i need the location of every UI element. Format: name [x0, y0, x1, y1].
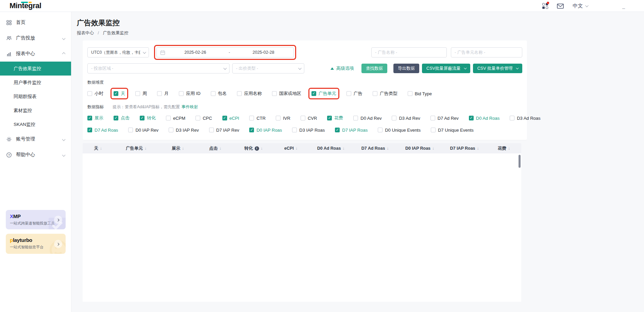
- metric-checkbox-option[interactable]: D3 Ad Rev: [392, 116, 420, 121]
- bid-type-select[interactable]: - 出价类型 -: [232, 63, 304, 73]
- date-end-value[interactable]: 2025-02-28: [234, 50, 294, 55]
- checkbox[interactable]: [135, 91, 140, 96]
- timezone-select[interactable]: UTC0（里斯本，伦敦，卡萨布兰卡,: [87, 47, 149, 58]
- checkbox[interactable]: [276, 116, 281, 120]
- checkbox[interactable]: [430, 116, 435, 120]
- metric-checkbox-option[interactable]: CVR: [301, 116, 317, 121]
- checkbox[interactable]: [157, 91, 162, 96]
- checkbox[interactable]: [392, 116, 396, 120]
- checkbox[interactable]: [87, 91, 92, 96]
- metric-checkbox-option[interactable]: eCPI: [222, 116, 239, 121]
- metric-checkbox-option[interactable]: D3 IAP Roas: [292, 128, 325, 133]
- metric-checkbox-option[interactable]: D3 IAP Rev: [169, 128, 199, 133]
- dimension-checkbox-option[interactable]: 广告: [346, 91, 362, 97]
- dimension-checkbox-option[interactable]: 广告类型: [373, 91, 397, 97]
- sort-icon[interactable]: ↓: [387, 146, 389, 151]
- table-column-header[interactable]: D0 IAP Roas ↓: [397, 143, 442, 153]
- dimension-checkbox-option[interactable]: 包名: [211, 91, 227, 97]
- checkbox[interactable]: [179, 91, 184, 96]
- date-range-picker[interactable]: 2025-02-26 - 2025-02-28: [156, 47, 294, 58]
- ad-name-input[interactable]: [371, 47, 447, 58]
- table-column-header[interactable]: 点击 ↓: [197, 143, 234, 153]
- sidebar-subitem[interactable]: 用户事件监控: [0, 76, 71, 89]
- sidebar-subitem[interactable]: 素材监控: [0, 103, 71, 117]
- user-menu[interactable]: _: [622, 3, 625, 9]
- sort-icon[interactable]: ↓: [432, 146, 434, 151]
- checkbox[interactable]: [87, 116, 92, 120]
- checkbox[interactable]: [378, 128, 383, 132]
- export-data-button[interactable]: 导出数据: [393, 64, 419, 73]
- sort-icon[interactable]: ↓: [145, 146, 147, 151]
- checkbox[interactable]: [128, 128, 133, 132]
- checkbox[interactable]: [211, 91, 216, 96]
- sort-icon[interactable]: ↓: [100, 146, 102, 151]
- csv-block-traffic-button[interactable]: CSV批量屏蔽流量: [422, 64, 470, 73]
- language-selector[interactable]: 中文: [573, 3, 588, 9]
- dimension-checkbox-option[interactable]: 应用名称: [237, 91, 262, 97]
- checkbox[interactable]: [249, 128, 254, 132]
- metric-checkbox-option[interactable]: D0 IAP Rev: [128, 128, 158, 133]
- metric-checkbox-option[interactable]: D7 Ad Roas: [87, 128, 118, 133]
- checkbox[interactable]: [249, 116, 254, 120]
- chevron-right-icon[interactable]: [54, 240, 62, 248]
- chevron-right-icon[interactable]: [54, 216, 62, 224]
- table-column-header[interactable]: D0 Ad Roas ↓: [309, 143, 353, 153]
- checkbox[interactable]: [114, 116, 118, 120]
- sort-icon[interactable]: ↓: [342, 146, 344, 151]
- vertical-scrollbar-thumb[interactable]: [519, 155, 521, 168]
- metric-checkbox-option[interactable]: D7 IAP Roas: [335, 128, 368, 133]
- dimension-checkbox-option[interactable]: Bid Type: [408, 91, 432, 96]
- checkbox[interactable]: [196, 116, 200, 120]
- metric-checkbox-option[interactable]: D3 Ad Roas: [510, 116, 540, 121]
- metric-checkbox-option[interactable]: 转化: [140, 115, 156, 121]
- csv-bulk-price-button[interactable]: CSV 批量单价管理: [473, 64, 522, 73]
- checkbox[interactable]: [114, 91, 118, 96]
- metric-checkbox-option[interactable]: D0 Ad Roas: [469, 116, 499, 121]
- table-column-header[interactable]: 展示 ↓: [159, 143, 197, 153]
- metric-checkbox-option[interactable]: CPC: [196, 116, 212, 121]
- checkbox[interactable]: [292, 128, 297, 132]
- metric-checkbox-option[interactable]: 点击: [114, 115, 130, 121]
- checkbox[interactable]: [237, 91, 242, 96]
- ad-unit-name-input[interactable]: [451, 47, 522, 58]
- advanced-options-toggle[interactable]: 高级选项: [331, 65, 354, 71]
- metric-checkbox-option[interactable]: 花费: [327, 115, 343, 121]
- sidebar-subitem[interactable]: SKAN监控: [0, 117, 71, 131]
- metric-checkbox-option[interactable]: 展示: [87, 115, 103, 121]
- sidebar-item-report-center[interactable]: 报表中心: [0, 46, 71, 62]
- promo-card-xmp[interactable]: XMP 一站式跨渠道智能投放工具: [6, 210, 66, 229]
- event-mapping-link[interactable]: 事件映射: [182, 104, 198, 110]
- metric-checkbox-option[interactable]: eCPM: [166, 116, 185, 121]
- region-select[interactable]: - 投放区域 -: [87, 63, 230, 73]
- checkbox[interactable]: [327, 116, 332, 120]
- checkbox[interactable]: [209, 128, 214, 132]
- table-column-header[interactable]: 广告单元 ↓: [113, 143, 159, 153]
- checkbox[interactable]: [408, 91, 412, 96]
- dimension-checkbox-option[interactable]: 小时: [87, 91, 103, 97]
- apps-grid-icon[interactable]: [542, 3, 548, 9]
- sidebar-subitem[interactable]: 同期群报表: [0, 89, 71, 103]
- table-column-header[interactable]: 天 ↓: [83, 143, 113, 153]
- dimension-checkbox-option[interactable]: 月: [157, 91, 169, 97]
- dimension-checkbox-option[interactable]: 天: [114, 91, 125, 97]
- sort-icon[interactable]: ↓: [508, 146, 510, 151]
- sort-icon[interactable]: ↓: [261, 146, 263, 151]
- sidebar-item-help[interactable]: ? 帮助中心: [0, 147, 71, 163]
- checkbox[interactable]: [301, 116, 305, 120]
- metric-checkbox-option[interactable]: D0 IAP Roas: [249, 128, 282, 133]
- checkbox[interactable]: [510, 116, 514, 120]
- table-column-header[interactable]: 转化 i ↓: [234, 143, 273, 153]
- table-column-header[interactable]: D7 Ad Roas ↓: [353, 143, 397, 153]
- metric-checkbox-option[interactable]: D7 Unique Events: [431, 128, 474, 133]
- sidebar-item-ad-delivery[interactable]: 广告投放: [0, 30, 71, 46]
- brand-logo[interactable]: Mintegral: [10, 1, 41, 10]
- table-column-header[interactable]: 花费 ↓: [487, 143, 521, 153]
- checkbox[interactable]: [353, 116, 358, 120]
- checkbox[interactable]: [272, 91, 277, 96]
- dimension-checkbox-option[interactable]: 广告单元: [311, 91, 336, 97]
- metric-checkbox-option[interactable]: D7 Ad Rev: [430, 116, 459, 121]
- mail-icon[interactable]: [557, 3, 564, 9]
- checkbox[interactable]: [431, 128, 436, 132]
- checkbox[interactable]: [140, 116, 145, 120]
- metric-checkbox-option[interactable]: IVR: [276, 116, 290, 121]
